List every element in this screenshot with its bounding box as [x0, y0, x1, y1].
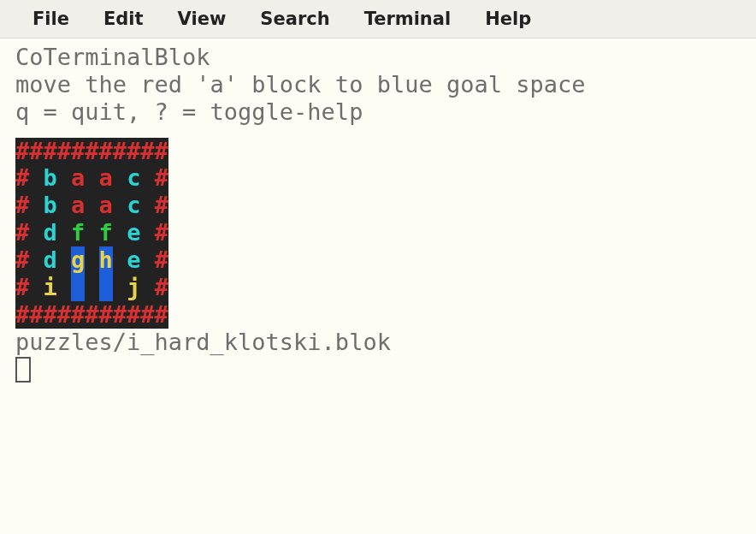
board-cell-empty [113, 274, 127, 301]
board-row: ########### [15, 301, 168, 329]
board-row: # b a a c # [15, 192, 168, 219]
file-path: puzzles/i_hard_klotski.blok [0, 329, 756, 356]
board-row: # d g h e # [15, 246, 168, 274]
board-cell-wall: # [15, 192, 29, 219]
board-cell-h: h [99, 246, 113, 274]
board-cell-f: f [71, 219, 85, 246]
board-cell-j: j [127, 274, 140, 301]
board-cell-b: b [44, 192, 57, 219]
board-cell-empty [140, 219, 154, 246]
board-cell-g: g [71, 246, 85, 274]
menu-search[interactable]: Search [243, 5, 346, 33]
menu-terminal[interactable]: Terminal [347, 5, 469, 33]
game-board[interactable]: ############ b a a c ## b a a c ## d f f… [15, 138, 168, 329]
board-cell-empty [140, 246, 154, 274]
board-cell-wall: # [15, 246, 29, 274]
board-cell-empty [113, 246, 127, 274]
menu-help[interactable]: Help [468, 5, 548, 33]
board-cell-empty [29, 219, 43, 246]
menu-file[interactable]: File [15, 5, 86, 33]
board-cell-c: c [127, 192, 140, 219]
board-cell-wall: # [155, 246, 168, 274]
board-row: # i j # [15, 274, 168, 301]
board-cell-empty [57, 219, 71, 246]
keys-line: q = quit, ? = toggle-help [15, 98, 756, 126]
board-cell-empty [85, 246, 98, 274]
board-cell-a: a [71, 192, 85, 219]
board-cell-d: d [44, 246, 57, 274]
terminal-output: CoTerminalBlok move the red 'a' block to… [0, 39, 756, 329]
board-row: # b a a c # [15, 164, 168, 192]
board-row: # d f f e # [15, 219, 168, 246]
board-cell-wall: # [15, 274, 29, 301]
board-cell-empty [85, 219, 98, 246]
board-cell-f: f [99, 219, 113, 246]
board-cell-empty [140, 192, 154, 219]
board-cell-empty [57, 274, 71, 301]
board-row: ########### [15, 138, 168, 165]
board-cell-empty [85, 164, 98, 192]
terminal-cursor[interactable] [15, 357, 31, 383]
board-cell-empty [113, 219, 127, 246]
board-cell-empty [113, 164, 127, 192]
board-cell-empty [29, 164, 43, 192]
board-cell-empty [29, 246, 43, 274]
board-cell-empty [57, 192, 71, 219]
board-cell-d: d [44, 219, 57, 246]
board-cell-wall: # [15, 219, 29, 246]
board-cell-a: a [99, 164, 113, 192]
board-cell-wall: ########### [15, 301, 168, 329]
board-cell-wall: # [155, 164, 168, 192]
board-cell-wall: # [155, 219, 168, 246]
board-cell-empty [57, 164, 71, 192]
app-title: CoTerminalBlok [15, 44, 756, 71]
board-cell-empty [71, 274, 85, 301]
board-cell-wall: # [155, 192, 168, 219]
board-cell-e: e [127, 219, 140, 246]
menubar: FileEditViewSearchTerminalHelp [0, 0, 756, 39]
instruction-line: move the red 'a' block to blue goal spac… [15, 71, 756, 98]
board-cell-empty [140, 274, 154, 301]
board-cell-empty [99, 274, 113, 301]
board-cell-wall: # [15, 164, 29, 192]
board-cell-empty [29, 274, 43, 301]
board-cell-empty [85, 192, 98, 219]
board-cell-a: a [99, 192, 113, 219]
board-cell-empty [140, 164, 154, 192]
board-cell-empty [57, 246, 71, 274]
board-cell-a: a [71, 164, 85, 192]
board-cell-wall: # [155, 274, 168, 301]
board-cell-empty [113, 192, 127, 219]
board-cell-e: e [127, 246, 140, 274]
board-cell-c: c [127, 164, 140, 192]
menu-view[interactable]: View [161, 5, 244, 33]
board-cell-empty [85, 274, 98, 301]
menu-edit[interactable]: Edit [86, 5, 161, 33]
board-cell-b: b [44, 164, 57, 192]
board-cell-empty [29, 192, 43, 219]
board-cell-i: i [44, 274, 57, 301]
board-cell-wall: ########### [15, 138, 168, 165]
